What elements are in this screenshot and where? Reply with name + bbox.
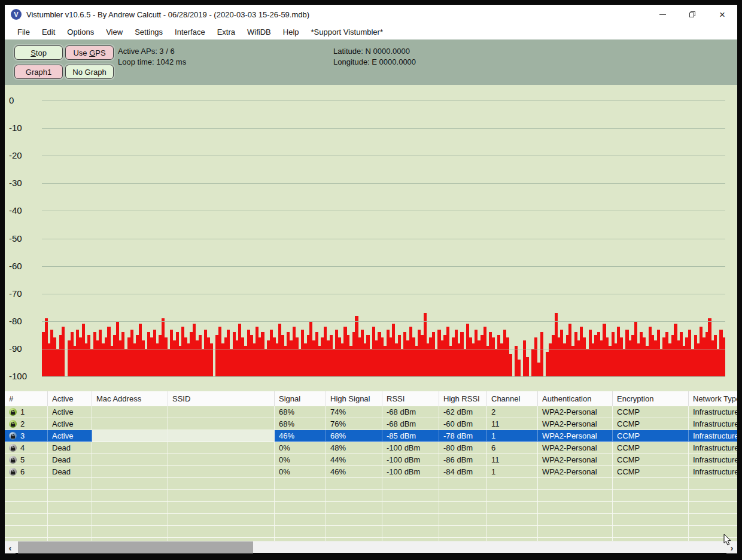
window-title: Vistumbler v10.6.5 - By Andrew Calcutt -… — [26, 10, 309, 19]
gridline — [42, 101, 725, 101]
col-active[interactable]: Active — [48, 391, 92, 406]
title-bar[interactable]: V Vistumbler v10.6.5 - By Andrew Calcutt… — [5, 5, 737, 24]
col-encryption[interactable]: Encryption — [613, 391, 689, 406]
col-rssi[interactable]: RSSI — [382, 391, 439, 406]
empty-cell — [613, 526, 689, 538]
cell-signal: 0% — [275, 442, 326, 454]
empty-cell — [689, 514, 737, 526]
empty-cell — [439, 490, 487, 502]
cell-active: Dead — [48, 442, 92, 454]
menu-wifidb[interactable]: WifiDB — [241, 24, 277, 39]
table-row[interactable]: 3 Active 46% 68% -85 dBm -78 dBm 1 WPA2-… — [5, 430, 737, 442]
signal-graph: 0-10-20-30-40-50-60-70-80-90-100 — [5, 85, 737, 391]
gridline — [42, 294, 725, 294]
lock-icon — [9, 420, 17, 428]
gridline — [42, 211, 725, 211]
table-row[interactable]: 1 Active 68% 74% -68 dBm -62 dBm 2 WPA2-… — [5, 406, 737, 418]
empty-cell — [613, 514, 689, 526]
empty-row — [5, 514, 737, 526]
signal-bar — [509, 354, 512, 376]
cell-high-signal: 74% — [326, 406, 382, 418]
col-signal[interactable]: Signal — [275, 391, 326, 406]
active-aps-label: Active APs: 3 / 6 — [118, 46, 175, 57]
empty-cell — [168, 502, 275, 514]
y-axis-tick-label: -50 — [9, 233, 39, 244]
menu-settings[interactable]: Settings — [129, 24, 169, 39]
restore-button[interactable] — [677, 5, 707, 24]
cell-encryption: CCMP — [613, 466, 689, 478]
empty-cell — [48, 502, 92, 514]
menu-edit[interactable]: Edit — [36, 24, 61, 39]
signal-bar — [62, 327, 65, 376]
cell-encryption: CCMP — [613, 418, 689, 430]
cell-authentication: WPA2-Personal — [538, 406, 613, 418]
cell-network-type: Infrastructure — [689, 466, 737, 478]
cell-rssi: -85 dBm — [382, 430, 439, 442]
menu-options[interactable]: Options — [61, 24, 100, 39]
empty-cell — [48, 490, 92, 502]
col-high-rssi[interactable]: High RSSI — [439, 391, 487, 406]
minimize-button[interactable] — [647, 5, 677, 24]
empty-cell — [613, 502, 689, 514]
gridline — [42, 321, 725, 322]
menu-view[interactable]: View — [100, 24, 129, 39]
empty-cell — [487, 502, 538, 514]
horizontal-scrollbar[interactable]: ‹ › — [5, 541, 737, 553]
empty-cell — [92, 514, 168, 526]
col-mac-address[interactable]: Mac Address — [92, 391, 168, 406]
empty-cell — [487, 478, 538, 490]
col-authentication[interactable]: Authentication — [538, 391, 613, 406]
scrollbar-thumb[interactable] — [18, 541, 253, 553]
menu-help[interactable]: Help — [277, 24, 305, 39]
table-row[interactable]: 5 Dead 0% 44% -100 dBm -86 dBm 11 WPA2-P… — [5, 454, 737, 466]
menu-support-vistumbler[interactable]: *Support Vistumbler* — [305, 24, 389, 39]
col-network-type[interactable]: Network Type — [689, 391, 737, 406]
cell-mac-address — [92, 430, 168, 442]
table-row[interactable]: 4 Dead 0% 48% -100 dBm -80 dBm 6 WPA2-Pe… — [5, 442, 737, 454]
cell-signal: 68% — [275, 406, 326, 418]
menu-extra[interactable]: Extra — [211, 24, 241, 39]
col-high-signal[interactable]: High Signal — [326, 391, 382, 406]
y-axis-tick-label: -20 — [9, 150, 39, 160]
cell-authentication: WPA2-Personal — [538, 454, 613, 466]
cell-high-signal: 46% — [326, 466, 382, 478]
cell-active: Dead — [48, 466, 92, 478]
menu-file[interactable]: File — [11, 24, 36, 39]
col-ssid[interactable]: SSID — [168, 391, 275, 406]
scroll-left-button[interactable]: ‹ — [5, 541, 16, 553]
empty-cell — [382, 514, 439, 526]
screen: V Vistumbler v10.6.5 - By Andrew Calcutt… — [0, 0, 742, 560]
lock-icon — [9, 432, 17, 440]
empty-cell — [613, 478, 689, 490]
empty-cell — [382, 490, 439, 502]
cell-rssi: -68 dBm — [382, 406, 439, 418]
cell-authentication: WPA2-Personal — [538, 442, 613, 454]
table-row[interactable]: 6 Dead 0% 46% -100 dBm -84 dBm 1 WPA2-Pe… — [5, 466, 737, 478]
empty-cell — [275, 490, 326, 502]
cell-number: 2 — [5, 418, 48, 430]
table-row[interactable]: 2 Active 68% 76% -68 dBm -60 dBm 11 WPA2… — [5, 418, 737, 430]
col-number[interactable]: # — [5, 391, 48, 406]
close-button[interactable]: × — [707, 5, 737, 24]
col-channel[interactable]: Channel — [487, 391, 538, 406]
cell-network-type: Infrastructure — [689, 454, 737, 466]
no-graph-button[interactable]: No Graph — [65, 65, 114, 79]
empty-cell — [275, 514, 326, 526]
empty-cell — [439, 514, 487, 526]
graph1-button[interactable]: Graph1 — [14, 65, 63, 79]
use-gps-button[interactable]: Use GPS — [65, 45, 114, 60]
cell-network-type: Infrastructure — [689, 418, 737, 430]
empty-cell — [5, 514, 48, 526]
cell-signal: 0% — [275, 466, 326, 478]
gridline — [42, 376, 725, 377]
cell-active: Active — [48, 418, 92, 430]
stop-button[interactable]: Stop — [14, 45, 63, 60]
menu-interface[interactable]: Interface — [169, 24, 211, 39]
cell-authentication: WPA2-Personal — [538, 466, 613, 478]
ap-table: # Active Mac Address SSID Signal High Si… — [5, 391, 737, 541]
cell-authentication: WPA2-Personal — [538, 430, 613, 442]
window-controls: × — [647, 5, 737, 24]
cell-number: 3 — [5, 430, 48, 442]
cell-high-signal: 48% — [326, 442, 382, 454]
empty-cell — [689, 490, 737, 502]
